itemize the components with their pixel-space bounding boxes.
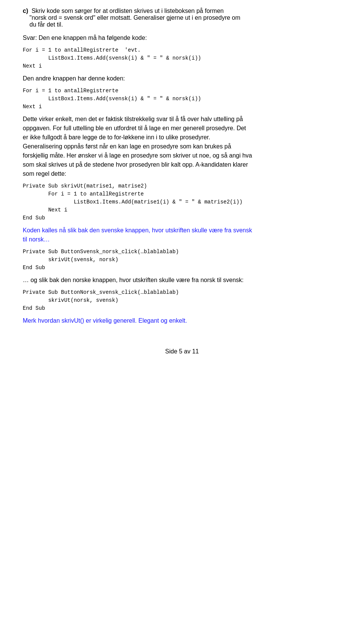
page-number: Side 5 av 11 xyxy=(165,348,199,355)
page-footer: Side 5 av 11 xyxy=(23,348,341,355)
section-c-label: c) xyxy=(23,8,28,14)
dots-text: … og slik bak den norske knappen, hvor u… xyxy=(23,276,341,285)
code-procedure: Private Sub skrivUt(matrise1, matrise2) … xyxy=(23,182,341,222)
svar-heading: Svar: Den ene knappen må ha følgende kod… xyxy=(23,33,341,43)
andre-knappen-heading: Den andre knappen har denne koden: xyxy=(23,74,341,83)
code-norsk: Private Sub ButtonNorsk_svensk_click(…bl… xyxy=(23,289,341,312)
code-svensk: Private Sub ButtonSvensk_norsk_click(…bl… xyxy=(23,248,341,272)
highlighted-text-2: Merk hvordan skrivUt() er virkelig gener… xyxy=(23,316,341,325)
section-c: c) Skriv kode som sørger for at ordliste… xyxy=(23,8,341,28)
code-block-2: For i = 1 to antallRegistrerte ListBox1.… xyxy=(23,87,341,111)
code-block-1: For i = 1 to antallRegistrerte 'evt. Lis… xyxy=(23,46,341,70)
highlighted-text-1: Koden kalles nå slik bak den svenske kna… xyxy=(23,226,341,244)
section-c-text: c) Skriv kode som sørger for at ordliste… xyxy=(23,8,341,28)
body-paragraph-1: Dette virker enkelt, men det er faktisk … xyxy=(23,115,341,178)
